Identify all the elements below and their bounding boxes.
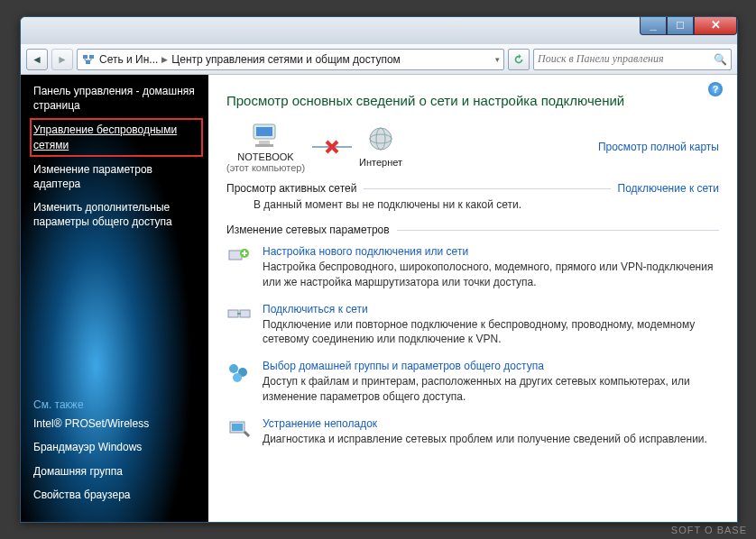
maximize-button[interactable]: □ xyxy=(667,17,694,35)
see-also-browser[interactable]: Свойства браузера xyxy=(33,488,199,502)
node-this-pc: NOTEBOOK (этот компьютер) xyxy=(226,121,305,173)
item-troubleshoot-desc: Диагностика и исправление сетевых пробле… xyxy=(263,432,707,447)
svg-point-19 xyxy=(233,373,242,382)
item-connect-title[interactable]: Подключиться к сети xyxy=(263,303,719,315)
troubleshoot-icon xyxy=(226,417,252,443)
sidebar-item-wireless[interactable]: Управление беспроводными сетями xyxy=(33,122,199,152)
network-icon xyxy=(81,52,96,67)
item-troubleshoot-title[interactable]: Устранение неполадок xyxy=(263,417,707,430)
node-internet: Интернет xyxy=(359,126,402,168)
svg-rect-16 xyxy=(240,310,250,317)
computer-icon xyxy=(248,121,284,150)
sidebar: Панель управления - домашняя страница Уп… xyxy=(21,75,208,522)
active-networks-header: Просмотр активных сетей Подключение к се… xyxy=(226,182,719,195)
svg-point-10 xyxy=(370,128,392,150)
item-connect-desc: Подключение или повторное подключение к … xyxy=(263,317,719,348)
item-troubleshoot: Устранение неполадок Диагностика и испра… xyxy=(226,417,719,447)
toolbar: ◄ ► Сеть и Ин... ▶ Центр управления сетя… xyxy=(21,44,737,75)
connect-to-network-link[interactable]: Подключение к сети xyxy=(618,182,719,195)
connection-broken-icon xyxy=(312,138,352,156)
item-homegroup-desc: Доступ к файлам и принтерам, расположенн… xyxy=(263,374,719,405)
item-homegroup: Выбор домашней группы и параметров общег… xyxy=(226,360,719,405)
svg-rect-5 xyxy=(259,141,270,144)
sidebar-home-link[interactable]: Панель управления - домашняя страница xyxy=(33,84,199,113)
sidebar-item-sharing[interactable]: Изменить дополнительные параметры общего… xyxy=(33,200,199,229)
svg-point-17 xyxy=(229,364,238,373)
item-new-connection-title[interactable]: Настройка нового подключения или сети xyxy=(263,245,719,258)
search-box[interactable]: 🔍 xyxy=(533,49,732,70)
node-pc-sublabel: (этот компьютер) xyxy=(226,162,305,173)
node-net-label: Интернет xyxy=(359,157,402,168)
refresh-button[interactable] xyxy=(508,49,530,70)
control-panel-window: _ □ ✕ ◄ ► Сеть и Ин... ▶ Центр управлени… xyxy=(20,16,738,523)
network-map-row: NOTEBOOK (этот компьютер) Интернет Просм… xyxy=(226,121,719,173)
svg-rect-13 xyxy=(229,251,242,260)
breadcrumb-seg-1[interactable]: Сеть и Ин... xyxy=(99,53,158,66)
see-also-section: См. также Intel® PROSet/Wireless Брандма… xyxy=(33,398,199,511)
see-also-intel[interactable]: Intel® PROSet/Wireless xyxy=(33,416,199,431)
forward-button[interactable]: ► xyxy=(51,49,73,70)
connect-icon xyxy=(226,303,252,328)
item-new-connection-desc: Настройка беспроводного, широкополосного… xyxy=(263,260,719,290)
svg-rect-6 xyxy=(255,144,273,147)
svg-rect-0 xyxy=(83,55,88,59)
svg-rect-1 xyxy=(89,55,94,59)
item-connect: Подключиться к сети Подключение или повт… xyxy=(226,303,719,348)
svg-rect-2 xyxy=(86,60,90,64)
view-full-map-link[interactable]: Просмотр полной карты xyxy=(598,141,719,153)
content-area: ? Просмотр основных сведений о сети и на… xyxy=(208,75,737,522)
svg-rect-4 xyxy=(256,127,272,136)
node-pc-label: NOTEBOOK xyxy=(226,151,305,162)
item-new-connection: Настройка нового подключения или сети На… xyxy=(226,245,719,290)
new-connection-icon xyxy=(226,245,252,270)
title-bar[interactable]: _ □ ✕ xyxy=(21,17,737,44)
dropdown-icon[interactable]: ▾ xyxy=(495,55,500,64)
active-networks-message: В данный момент вы не подключены ни к ка… xyxy=(254,198,719,211)
item-homegroup-title[interactable]: Выбор домашней группы и параметров общег… xyxy=(263,360,719,372)
back-button[interactable]: ◄ xyxy=(26,49,48,70)
search-input[interactable] xyxy=(538,52,714,66)
watermark: SOFT O BASE xyxy=(671,525,747,535)
svg-rect-15 xyxy=(228,310,238,317)
search-icon: 🔍 xyxy=(714,53,727,66)
see-also-firewall[interactable]: Брандмауэр Windows xyxy=(33,440,199,454)
page-title: Просмотр основных сведений о сети и наст… xyxy=(226,93,719,108)
breadcrumb-seg-2[interactable]: Центр управления сетями и общим доступом xyxy=(171,53,401,66)
see-also-homegroup[interactable]: Домашняя группа xyxy=(33,464,199,479)
change-settings-header: Изменение сетевых параметров xyxy=(226,224,719,236)
chevron-right-icon: ▶ xyxy=(161,55,168,64)
see-also-header: См. также xyxy=(33,398,199,411)
svg-rect-21 xyxy=(232,424,243,431)
globe-icon xyxy=(364,126,397,155)
minimize-button[interactable]: _ xyxy=(640,17,667,35)
address-bar[interactable]: Сеть и Ин... ▶ Центр управления сетями и… xyxy=(77,49,504,70)
homegroup-icon xyxy=(226,360,252,385)
sidebar-item-adapter[interactable]: Изменение параметров адаптера xyxy=(33,162,199,191)
close-button[interactable]: ✕ xyxy=(694,17,737,35)
help-icon[interactable]: ? xyxy=(708,82,723,96)
